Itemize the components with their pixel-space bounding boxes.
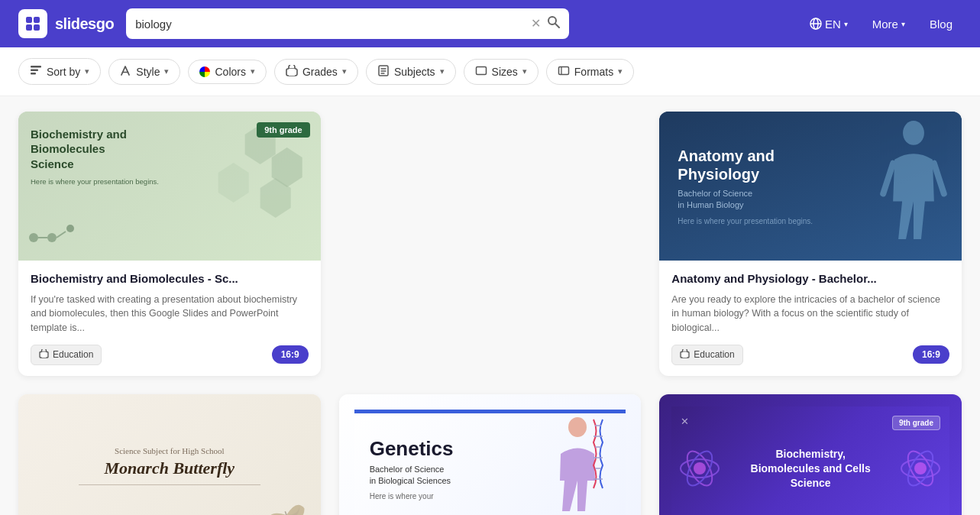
svg-rect-1 — [34, 17, 40, 23]
card-biochemistry[interactable]: 9th grade Biochemistry andBiomoleculesSc… — [18, 112, 321, 376]
genetics-thumb-sub-sm: Here is where your — [370, 492, 542, 500]
logo-icon — [18, 9, 47, 38]
lang-button[interactable]: EN ▾ — [800, 13, 857, 35]
svg-point-28 — [47, 233, 57, 242]
ratio-badge: 16:9 — [272, 345, 309, 364]
svg-line-35 — [934, 164, 944, 194]
education-label: Education — [694, 349, 734, 360]
svg-rect-19 — [476, 66, 486, 74]
svg-line-5 — [555, 24, 559, 28]
svg-rect-9 — [31, 66, 41, 68]
genetics-thumb-title: Genetics — [370, 437, 542, 461]
svg-line-29 — [57, 232, 66, 238]
sort-by-icon — [30, 64, 42, 79]
svg-marker-24 — [218, 163, 249, 202]
logo[interactable]: slidesgo — [18, 9, 114, 38]
genetics-visual — [549, 412, 606, 515]
subjects-label: Subjects — [394, 66, 435, 78]
search-bar: ✕ — [126, 8, 569, 39]
card-anatomy[interactable]: Anatomy andPhysiology Bachelor of Scienc… — [659, 112, 962, 376]
more-button[interactable]: More ▾ — [863, 13, 914, 35]
card-thumbnail: Genetics Bachelor of Sciencein Biologica… — [339, 394, 642, 515]
butterfly-title: Monarch Butterfly — [105, 458, 235, 478]
svg-rect-10 — [31, 70, 38, 72]
svg-point-33 — [903, 121, 924, 145]
formats-chevron-icon: ▾ — [618, 66, 623, 76]
card-footer: Education 16:9 — [671, 345, 949, 365]
card-desc: If you're tasked with creating a present… — [31, 293, 309, 335]
sizes-filter[interactable]: Sizes ▾ — [464, 59, 539, 85]
blog-button[interactable]: Blog — [920, 13, 962, 35]
blog-label: Blog — [930, 18, 953, 31]
butterfly-decoration — [258, 489, 314, 515]
style-icon — [120, 65, 131, 79]
lang-label: EN — [825, 18, 841, 31]
filter-bar: Sort by ▾ Style ▾ Colors ▾ Grades ▾ Subj… — [0, 47, 980, 96]
header-nav: EN ▾ More ▾ Blog — [800, 13, 962, 35]
grades-icon — [286, 65, 298, 79]
svg-point-39 — [568, 417, 587, 437]
card-biochem2[interactable]: 9th grade — [659, 394, 962, 515]
education-badge[interactable]: Education — [671, 345, 742, 365]
card-thumbnail: Anatomy andPhysiology Bachelor of Scienc… — [659, 112, 962, 261]
card-butterfly[interactable]: Science Subject for High School Monarch … — [18, 394, 321, 515]
subjects-icon — [377, 65, 390, 79]
thumb-title: Biochemistry andBiomoleculesScience — [31, 127, 159, 172]
colors-chevron-icon: ▾ — [251, 66, 255, 76]
lang-chevron-icon: ▾ — [844, 20, 848, 28]
card-info: Biochemistry and Biomolecules - Sc... If… — [18, 261, 321, 376]
sort-by-chevron-icon: ▾ — [85, 66, 89, 76]
search-input[interactable] — [135, 18, 525, 31]
subjects-filter[interactable]: Subjects ▾ — [366, 59, 456, 85]
human-silhouette — [879, 118, 948, 254]
card-genetics[interactable]: Genetics Bachelor of Sciencein Biologica… — [339, 394, 642, 515]
colors-dot-icon — [199, 66, 210, 77]
search-submit-icon[interactable] — [547, 15, 560, 32]
card-title: Biochemistry and Biomolecules - Sc... — [31, 271, 309, 287]
butterfly-subtitle: Science Subject for High School — [115, 446, 225, 455]
card-thumbnail: 9th grade Biochemistry andBiomoleculesSc… — [18, 112, 321, 261]
formats-filter[interactable]: Formats ▾ — [546, 59, 634, 85]
sizes-chevron-icon: ▾ — [522, 66, 527, 76]
education-label: Education — [53, 349, 93, 360]
svg-rect-14 — [289, 69, 295, 76]
svg-rect-37 — [683, 351, 687, 358]
grades-chevron-icon: ▾ — [342, 66, 347, 76]
card-desc: Are you ready to explore the intricacies… — [671, 293, 949, 335]
education-icon — [39, 349, 49, 361]
grades-filter[interactable]: Grades ▾ — [274, 59, 358, 85]
svg-rect-32 — [42, 351, 47, 358]
svg-rect-2 — [26, 24, 32, 31]
education-icon — [680, 349, 690, 361]
sort-by-label: Sort by — [47, 66, 80, 78]
search-clear-icon[interactable]: ✕ — [531, 18, 541, 30]
more-label: More — [872, 18, 898, 31]
card-info: Anatomy and Physiology - Bachelor... Are… — [659, 261, 962, 376]
grade-badge-2: 9th grade — [892, 416, 940, 430]
colors-label: Colors — [215, 66, 245, 78]
main-content: 9th grade Biochemistry andBiomoleculesSc… — [0, 96, 980, 515]
sizes-label: Sizes — [492, 66, 518, 78]
svg-rect-0 — [26, 17, 32, 23]
svg-line-34 — [883, 164, 893, 194]
cards-grid: 9th grade Biochemistry andBiomoleculesSc… — [18, 112, 962, 515]
anatomy-thumb-title: Anatomy andPhysiology — [678, 147, 813, 183]
colors-filter[interactable]: Colors ▾ — [188, 60, 266, 84]
education-badge[interactable]: Education — [31, 345, 102, 365]
svg-rect-3 — [34, 24, 40, 31]
header: slidesgo ✕ EN ▾ More ▾ Blog — [0, 0, 980, 47]
svg-point-26 — [29, 233, 38, 242]
card-title: Anatomy and Physiology - Bachelor... — [671, 271, 949, 287]
genetics-thumb-sub: Bachelor of Sciencein Biological Science… — [370, 464, 542, 487]
card-footer: Education 16:9 — [31, 345, 309, 365]
style-label: Style — [136, 66, 160, 78]
logo-text: slidesgo — [55, 15, 114, 33]
anatomy-thumb-sub-sm: Here is where your presentation begins. — [678, 217, 813, 225]
sort-by-filter[interactable]: Sort by ▾ — [18, 58, 101, 85]
grade-badge: 9th grade — [257, 122, 310, 138]
svg-rect-20 — [558, 66, 568, 74]
card-placeholder — [339, 112, 642, 376]
style-filter[interactable]: Style ▾ — [108, 59, 180, 85]
card-thumbnail: Science Subject for High School Monarch … — [18, 394, 321, 515]
molecule-decoration — [26, 222, 118, 253]
